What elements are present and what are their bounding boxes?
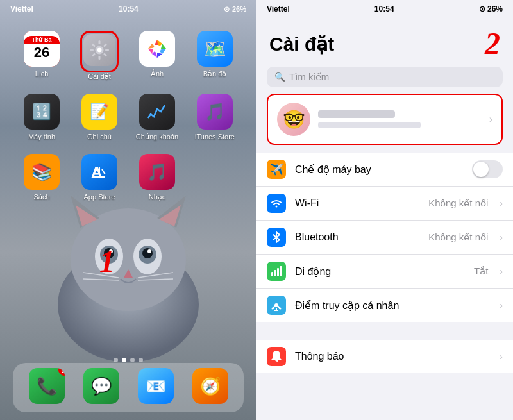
bluetooth-icon (267, 228, 286, 247)
app-stocks[interactable]: Chứng khoán (134, 94, 180, 141)
svg-rect-21 (99, 56, 101, 60)
hotspot-icon (267, 296, 286, 315)
bluetooth-label: Bluetooth (295, 231, 419, 243)
app-notes[interactable]: 📝 Ghi chú (76, 94, 122, 141)
svg-rect-24 (92, 43, 96, 47)
settings-row-bluetooth[interactable]: Bluetooth Không kết nối › (256, 221, 513, 255)
carrier-right: Viettel (267, 4, 290, 13)
settings-section-notifications: Thông báo › (256, 340, 513, 373)
notifications-label: Thông báo (295, 351, 491, 362)
app-settings[interactable]: Cài đặt (76, 31, 122, 81)
app-appstore[interactable]: A App Store (76, 154, 122, 201)
appstore-icon[interactable]: A (81, 154, 117, 190)
search-icon: 🔍 (274, 72, 285, 82)
settings-row-airplane[interactable]: ✈️ Chế độ máy bay (256, 153, 513, 187)
airplane-icon: ✈️ (267, 160, 286, 179)
stocks-icon[interactable] (139, 94, 175, 130)
svg-rect-25 (103, 53, 107, 56)
wifi-chevron: › (500, 198, 503, 208)
profile-row[interactable]: 🤓 › (267, 94, 503, 145)
status-bar-left: Viettel 10:54 ⊙ 26% (0, 0, 256, 18)
phone-badge: 1 (58, 368, 65, 376)
carrier-left: Viettel (10, 4, 33, 13)
svg-point-42 (280, 308, 282, 310)
hotspot-chevron: › (500, 300, 503, 310)
dock-phone[interactable]: 📞 1 (24, 368, 70, 407)
svg-rect-27 (103, 43, 107, 47)
cellular-icon (267, 262, 286, 281)
toggle-knob (473, 162, 489, 177)
maps-label: Bản đồ (203, 70, 227, 78)
profile-name-blur (318, 110, 395, 118)
airplane-toggle[interactable] (472, 160, 503, 178)
calendar-icon[interactable]: Thứ Ba 26 (24, 31, 60, 67)
profile-info (318, 110, 482, 128)
app-maps[interactable]: 🗺️ Bản đồ (192, 31, 238, 81)
settings-list: ✈️ Chế độ máy bay Wi-Fi Không kết (256, 153, 513, 420)
photos-icon[interactable] (139, 31, 175, 67)
notes-icon[interactable]: 📝 (81, 94, 117, 130)
messages-icon[interactable]: 💬 (83, 368, 119, 404)
app-row-2: 🔢 Máy tính 📝 Ghi chú Chứng khoán (13, 94, 244, 141)
app-calculator[interactable]: 🔢 Máy tính (19, 94, 65, 141)
settings-title: Cài đặt (269, 33, 334, 55)
appstore-label: App Store (84, 193, 115, 201)
app-books[interactable]: 📚 Sách (19, 154, 65, 201)
music-label: Nhạc (149, 193, 166, 201)
notes-label: Ghi chú (87, 133, 112, 140)
maps-icon[interactable]: 🗺️ (197, 31, 233, 67)
app-row-3: 📚 Sách A App Store 🎵 (13, 154, 244, 201)
settings-row-wifi[interactable]: Wi-Fi Không kết nối › (256, 187, 513, 221)
bluetooth-chevron: › (500, 232, 503, 242)
phone-icon[interactable]: 📞 1 (29, 368, 65, 404)
svg-text:A: A (91, 164, 102, 181)
svg-rect-23 (105, 49, 109, 51)
avatar-emoji: 🤓 (283, 109, 305, 130)
app-music[interactable]: 🎵 Nhạc (134, 154, 180, 201)
svg-rect-37 (274, 270, 276, 276)
dot-1 (114, 358, 118, 362)
books-label: Sách (33, 193, 49, 201)
search-bar[interactable]: 🔍 Tìm kiếm (267, 67, 503, 87)
notifications-chevron: › (500, 351, 503, 362)
settings-row-hotspot[interactable]: Điểm truy cập cá nhân › (256, 289, 513, 322)
mail-icon[interactable]: 📧 (138, 368, 174, 404)
itunes-icon[interactable]: 🎵 (197, 94, 233, 130)
dot-3 (130, 358, 135, 362)
dock-compass[interactable]: 🧭 (187, 368, 233, 407)
settings-row-notifications[interactable]: Thông báo › (256, 340, 513, 373)
settings-icon[interactable] (83, 34, 115, 66)
search-placeholder: Tìm kiếm (289, 71, 329, 83)
notifications-icon (267, 347, 286, 366)
settings-header: Cài đặt 2 (256, 18, 513, 64)
status-bar-right: Viettel 10:54 ⊙ 26% (256, 0, 513, 18)
svg-rect-36 (271, 272, 273, 276)
step2-number: 2 (485, 28, 500, 59)
app-itunes[interactable]: 🎵 iTunes Store (192, 94, 238, 141)
svg-point-13 (147, 249, 151, 253)
cellular-label: Di động (295, 265, 465, 278)
compass-icon[interactable]: 🧭 (192, 368, 228, 404)
battery-right: ⊙ 26% (479, 4, 503, 13)
itunes-label: iTunes Store (195, 133, 235, 140)
app-photos[interactable]: Ảnh (134, 31, 180, 81)
svg-rect-39 (280, 266, 282, 276)
svg-point-41 (272, 308, 274, 310)
calendar-label: Lịch (35, 70, 49, 78)
bluetooth-value: Không kết nối (428, 231, 488, 243)
books-icon[interactable]: 📚 (24, 154, 60, 190)
wifi-value: Không kết nối (428, 197, 488, 209)
dock-mail[interactable]: 📧 (133, 368, 179, 407)
dock-messages[interactable]: 💬 (78, 368, 124, 407)
svg-rect-20 (99, 40, 101, 44)
settings-row-cellular[interactable]: Di động Tắt › (256, 255, 513, 289)
wifi-label: Wi-Fi (295, 197, 419, 209)
app-calendar[interactable]: Thứ Ba 26 Lịch (19, 31, 65, 81)
calculator-icon[interactable]: 🔢 (24, 94, 60, 130)
music-icon[interactable]: 🎵 (139, 154, 175, 190)
time-left: 10:54 (119, 4, 139, 13)
battery-left: ⊙ 26% (224, 5, 246, 13)
settings-label: Cài đặt (88, 72, 111, 81)
airplane-label: Chế độ máy bay (295, 164, 463, 176)
svg-line-34 (102, 169, 105, 174)
